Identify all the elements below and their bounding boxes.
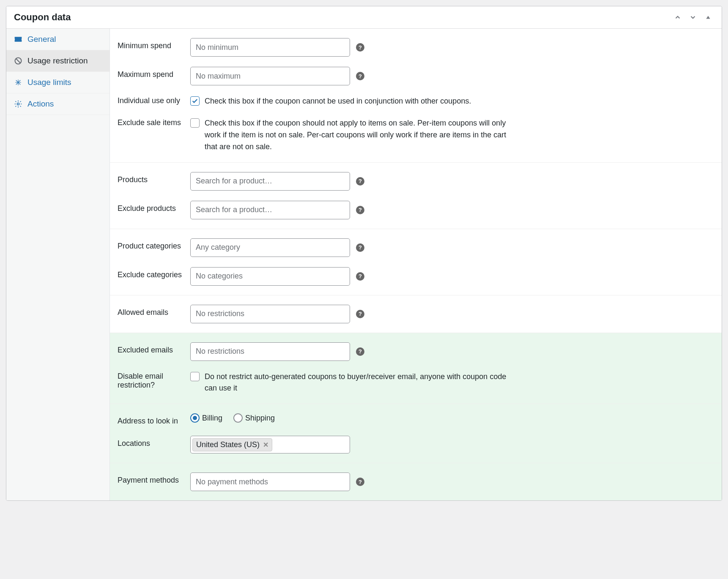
panel-move-down-icon[interactable] [687,11,699,23]
content-area: Minimum spend ? Maximum spend ? Individu… [110,29,722,500]
panel-body: General Usage restriction Usage limits A… [6,29,722,500]
panel-title: Coupon data [14,12,71,23]
help-icon[interactable]: ? [356,177,364,186]
minimum-spend-label: Minimum spend [118,38,190,50]
help-icon[interactable]: ? [356,478,364,486]
exclude-products-input[interactable] [190,201,350,219]
product-categories-input[interactable] [190,238,350,257]
help-icon[interactable]: ? [356,310,364,318]
locations-label: Locations [118,436,190,448]
svg-marker-0 [706,16,710,19]
help-icon[interactable]: ? [356,72,364,80]
individual-use-desc: Check this box if the coupon cannot be u… [205,96,471,107]
radio-label: Billing [202,414,222,423]
section-spend: Minimum spend ? Maximum spend ? Individu… [110,29,722,163]
svg-point-7 [17,103,19,105]
exclude-sale-items-label: Exclude sale items [118,117,190,127]
tab-usage-limits[interactable]: Usage limits [6,72,109,93]
tab-label: Actions [27,99,54,109]
ticket-icon [14,35,22,44]
section-allowed-emails: Allowed emails ? [110,295,722,333]
products-input[interactable] [190,172,350,191]
exclude-categories-input[interactable] [190,267,350,286]
radio-icon [233,413,243,423]
product-categories-label: Product categories [118,238,190,251]
tabs-sidebar: General Usage restriction Usage limits A… [6,29,110,500]
tab-label: Usage limits [27,78,71,87]
panel-header: Coupon data [6,6,722,29]
payment-methods-input[interactable] [190,472,350,491]
help-icon[interactable]: ? [356,272,364,281]
tab-label: General [27,35,56,44]
address-to-look-in-label: Address to look in [118,413,190,426]
disable-email-restriction-checkbox[interactable] [190,372,200,381]
allowed-emails-label: Allowed emails [118,305,190,317]
help-icon[interactable]: ? [356,43,364,52]
maximum-spend-input[interactable] [190,67,350,85]
section-excluded-emails: Excluded emails ? Disable email restrict… [110,333,722,404]
payment-methods-label: Payment methods [118,472,190,485]
panel-collapse-icon[interactable] [702,11,714,23]
tag-text: United States (US) [196,440,260,449]
location-tag: United States (US) ✕ [192,438,272,451]
disable-email-restriction-desc: Do not restrict auto-generated coupons t… [205,371,517,395]
section-products: Products ? Exclude products ? [110,163,722,229]
section-categories: Product categories ? Exclude categories … [110,229,722,295]
disable-email-restriction-label: Disable email restriction? [118,371,190,390]
excluded-emails-input[interactable] [190,342,350,361]
help-icon[interactable]: ? [356,243,364,252]
address-radio-billing[interactable]: Billing [190,413,222,423]
exclude-products-label: Exclude products [118,201,190,213]
asterisk-icon [14,78,22,87]
ban-icon [14,57,22,65]
individual-use-label: Individual use only [118,96,190,105]
exclude-sale-items-desc: Check this box if the coupon should not … [205,117,517,153]
help-icon[interactable]: ? [356,347,364,356]
excluded-emails-label: Excluded emails [118,342,190,355]
tab-label: Usage restriction [27,56,88,66]
address-radio-shipping[interactable]: Shipping [233,413,275,423]
tab-actions[interactable]: Actions [6,93,109,115]
minimum-spend-input[interactable] [190,38,350,57]
allowed-emails-input[interactable] [190,305,350,323]
tab-usage-restriction[interactable]: Usage restriction [6,50,109,72]
radio-icon [190,413,200,423]
coupon-data-panel: Coupon data General [6,6,722,501]
panel-move-up-icon[interactable] [672,11,684,23]
close-icon[interactable]: ✕ [263,441,268,449]
section-payment-methods: Payment methods ? [110,463,722,500]
products-label: Products [118,172,190,184]
exclude-sale-items-checkbox[interactable] [190,118,200,128]
radio-label: Shipping [245,414,275,423]
svg-line-2 [16,59,21,63]
gear-icon [14,100,22,108]
help-icon[interactable]: ? [356,206,364,214]
panel-toggles [672,11,714,23]
exclude-categories-label: Exclude categories [118,267,190,279]
address-radio-group: Billing Shipping [190,413,275,423]
tab-general[interactable]: General [6,29,109,50]
maximum-spend-label: Maximum spend [118,67,190,79]
locations-input[interactable]: United States (US) ✕ [190,436,350,453]
section-address-locations: Address to look in Billing Shipping [110,404,722,463]
individual-use-checkbox[interactable] [190,96,200,106]
